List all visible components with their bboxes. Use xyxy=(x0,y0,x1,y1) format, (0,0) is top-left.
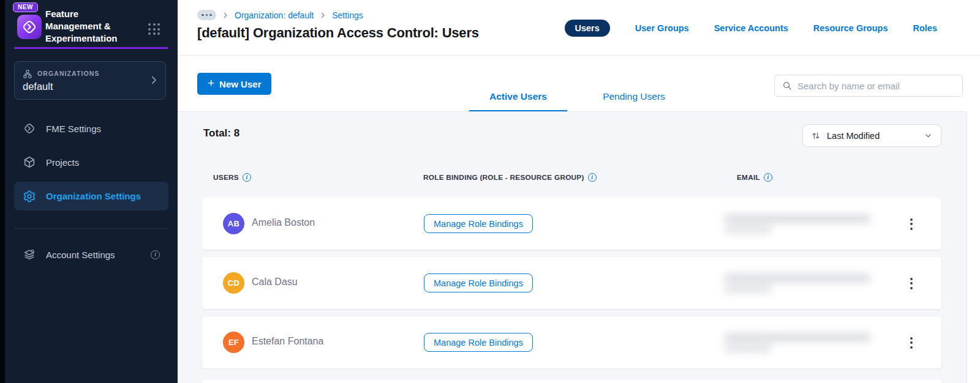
tab-active-users[interactable]: Active Users xyxy=(469,91,567,112)
sidebar-divider xyxy=(14,228,168,229)
tab-service-accounts[interactable]: Service Accounts xyxy=(714,23,788,33)
column-header-users: USERS xyxy=(213,173,239,182)
organization-selector[interactable]: ORGANIZATIONS default xyxy=(14,61,166,100)
avatar: AB xyxy=(223,213,244,234)
table-header-row: USERS i ROLE BINDING (ROLE - RESOURCE GR… xyxy=(178,173,967,183)
row-menu-kebab-icon[interactable] xyxy=(904,215,919,233)
manage-role-bindings-button[interactable]: Manage Role Bindings xyxy=(424,333,533,352)
info-icon[interactable]: i xyxy=(764,173,772,182)
column-header-role-binding: ROLE BINDING (ROLE - RESOURCE GROUP) xyxy=(423,173,584,182)
chevron-right-icon xyxy=(222,12,229,19)
table-row: CD Cala Dasu Manage Role Bindings xyxy=(202,257,941,309)
split-outline-icon xyxy=(23,122,36,135)
gear-icon xyxy=(23,190,36,203)
sort-dropdown-value: Last Modified xyxy=(827,131,918,141)
sidebar-item-projects[interactable]: Projects xyxy=(14,150,168,174)
plus-icon: + xyxy=(208,76,214,90)
total-count: Total: 8 xyxy=(203,127,239,139)
new-badge: NEW xyxy=(13,2,38,12)
hierarchy-icon xyxy=(23,69,32,79)
tab-roles[interactable]: Roles xyxy=(913,23,938,33)
search-icon xyxy=(782,81,792,91)
brand-divider xyxy=(14,47,168,49)
app-switcher-grid-icon[interactable] xyxy=(147,22,162,37)
search-input[interactable] xyxy=(797,81,955,91)
sidebar-item-fme-settings[interactable]: FME Settings xyxy=(14,116,168,141)
new-user-button[interactable]: + New User xyxy=(197,73,271,95)
breadcrumb-link-settings[interactable]: Settings xyxy=(332,10,363,20)
table-row: AB Amelia Boston Manage Role Bindings xyxy=(202,198,941,250)
sidebar-item-label: Organization Settings xyxy=(46,191,141,201)
split-app-logo-icon xyxy=(17,15,42,39)
tab-users[interactable]: Users xyxy=(565,20,610,37)
info-icon[interactable]: i xyxy=(243,173,251,182)
row-menu-kebab-icon[interactable] xyxy=(904,333,919,352)
new-user-button-label: New User xyxy=(219,79,261,89)
organizations-label: ORGANIZATIONS xyxy=(37,70,100,77)
sort-dropdown[interactable]: Last Modified xyxy=(802,124,941,147)
page-header: Organization: default Settings [default]… xyxy=(178,0,980,56)
main-area: Organization: default Settings [default]… xyxy=(178,0,980,383)
tab-resource-groups[interactable]: Resource Groups xyxy=(813,23,888,33)
avatar: EF xyxy=(223,332,244,353)
toolbar: + New User Active Users Pending Users xyxy=(178,56,980,112)
page-title: [default] Organization Access Control: U… xyxy=(197,25,479,41)
chevron-right-icon xyxy=(319,12,326,19)
manage-role-bindings-button[interactable]: Manage Role Bindings xyxy=(424,214,533,233)
redacted-email xyxy=(724,273,877,294)
sidebar-item-organization-settings[interactable]: Organization Settings xyxy=(14,182,168,210)
window-edge-strip xyxy=(0,0,5,383)
manage-role-bindings-button[interactable]: Manage Role Bindings xyxy=(424,273,533,292)
user-name: Estefan Fontana xyxy=(252,336,323,347)
organization-name: default xyxy=(23,81,53,92)
row-menu-kebab-icon[interactable] xyxy=(904,274,919,292)
sidebar-item-label: Projects xyxy=(46,157,79,168)
users-list-panel: Total: 8 Last Modified USERS i ROLE BIND… xyxy=(178,112,967,383)
breadcrumb-ellipsis-icon[interactable] xyxy=(197,10,216,20)
info-icon[interactable]: i xyxy=(588,173,597,182)
access-control-tabs: Users User Groups Service Accounts Resou… xyxy=(565,19,937,37)
breadcrumb: Organization: default Settings xyxy=(197,10,363,20)
chevron-right-icon xyxy=(148,75,159,86)
search-box xyxy=(774,75,963,97)
breadcrumb-link-organization[interactable]: Organization: default xyxy=(235,10,314,20)
cube-icon xyxy=(23,155,36,169)
sidebar-item-label: Account Settings xyxy=(46,250,115,260)
layers-gear-icon xyxy=(23,248,36,261)
avatar: CD xyxy=(223,272,244,294)
redacted-email xyxy=(724,332,877,353)
table-row: EF Estefan Fontana Manage Role Bindings xyxy=(202,316,941,368)
user-name: Cala Dasu xyxy=(252,277,298,288)
user-state-tabs: Active Users Pending Users xyxy=(469,91,680,112)
sidebar-item-account-settings[interactable]: Account Settings i xyxy=(14,242,168,267)
user-name: Amelia Boston xyxy=(252,217,315,228)
sidebar: NEW Feature Management & Experimentation… xyxy=(5,0,178,383)
tab-pending-users[interactable]: Pending Users xyxy=(588,91,680,112)
app-title: Feature Management & Experimentation xyxy=(45,8,143,45)
tab-user-groups[interactable]: User Groups xyxy=(635,23,689,33)
sidebar-item-label: FME Settings xyxy=(46,124,101,134)
table-row-partial xyxy=(202,379,941,383)
redacted-email xyxy=(724,214,877,234)
info-icon[interactable]: i xyxy=(151,250,160,259)
chevron-down-icon xyxy=(924,131,933,140)
sort-arrows-icon xyxy=(811,131,821,141)
column-header-email: EMAIL xyxy=(737,173,760,182)
